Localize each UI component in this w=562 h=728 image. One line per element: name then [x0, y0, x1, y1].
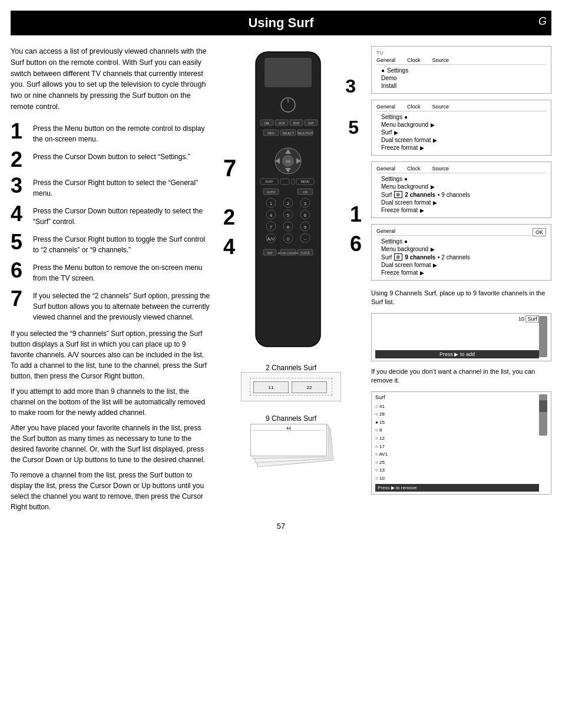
menu4-items: Settings ● Menu background ▶ Surf ⊗ 9 ch… — [376, 238, 546, 276]
menu1-col-source: Source — [432, 57, 449, 63]
svg-text:A/V: A/V — [267, 236, 276, 242]
step-num-4: 4 — [11, 203, 27, 225]
nine-ch-header: 44 — [253, 426, 325, 431]
step-text-4: Press the Cursor Down button repeatedly … — [33, 203, 211, 227]
ch-8: ○ 8 — [375, 426, 539, 434]
surf-icon-2: ⊗ — [394, 253, 402, 261]
extra-text-3: After you have placed your favorite chan… — [11, 423, 211, 465]
surf-remove-scrollbar — [539, 394, 547, 436]
svg-text:ACTIVE CONTROL: ACTIVE CONTROL — [277, 252, 299, 255]
svg-text:CLOCK: CLOCK — [300, 252, 310, 255]
menu4-surf: Surf ⊗ 9 channels • 2 channels — [381, 253, 546, 261]
ok-label: OK — [533, 228, 546, 236]
surf-badge: Surf — [525, 315, 539, 322]
step-3: 3 Press the Cursor Right button to selec… — [11, 175, 211, 199]
menu4-menu-bg: Menu background ▶ — [381, 245, 546, 253]
svg-text:DVD: DVD — [293, 121, 300, 125]
menu2-header: General Clock Source — [376, 104, 546, 111]
step-overlay-5: 5 — [348, 117, 359, 139]
menu3-col-general: General — [376, 166, 395, 172]
svg-text:SAP: SAP — [267, 252, 272, 255]
step-overlay-3: 3 — [345, 75, 356, 97]
menu1-col-clock: Clock — [407, 57, 421, 63]
svg-text:8: 8 — [287, 225, 290, 230]
channel-box-2: 22 — [292, 381, 327, 393]
right-column: TV General Clock Source ● Settings Demo … — [371, 46, 551, 512]
menu2-items: Settings ● Menu background ▶ Surf ▶ Dual… — [376, 113, 546, 151]
svg-text:CBL: CBL — [264, 121, 270, 125]
menu-screen-3: General Clock Source Settings ● Menu bac… — [371, 162, 551, 218]
step-num-7: 7 — [11, 288, 27, 309]
ch-av1: ○ AV1 — [375, 450, 539, 459]
menu-screen-1: TV General Clock Source ● Settings Demo … — [371, 46, 551, 94]
menu2-freeze: Freeze format ▶ — [381, 144, 546, 151]
ch-41: ○ 41 — [375, 403, 539, 411]
surf-channel-list: ○ 41 ○ 28 ● 15 ○ 8 ○ 12 ○ 17 ○ AV1 ○ 25 … — [375, 403, 539, 483]
menu3-surf: Surf ⊗ 2 channels • 9 channels — [381, 190, 546, 199]
step-num-5: 5 — [11, 232, 27, 253]
menu4-dual-screen: Dual screen format ▶ — [381, 261, 546, 269]
ch-15: ● 15 — [375, 419, 539, 427]
svg-rect-1 — [265, 58, 312, 87]
menu3-header: General Clock Source — [376, 166, 546, 173]
arrow2: ▶ — [394, 130, 398, 136]
step-overlay-4: 4 — [223, 235, 235, 259]
surf-list-inner: 10 Surf Press ▶ to add — [375, 316, 547, 358]
step-num-3: 3 — [11, 175, 27, 196]
scroll-thumb — [539, 400, 547, 412]
menu-screen-4: OK General Settings ● Menu background ▶ … — [371, 224, 551, 281]
svg-text:INFO: INFO — [267, 131, 275, 135]
surf-list-content: 10 Surf Press ▶ to add — [375, 316, 539, 358]
arrow4: ▶ — [420, 145, 424, 151]
menu2-surf: Surf ▶ — [381, 129, 546, 136]
menu1-demo: Demo — [381, 74, 546, 82]
menu2-menu-bg: Menu background ▶ — [381, 121, 546, 129]
svg-text:4: 4 — [270, 213, 273, 218]
step-num-6: 6 — [11, 260, 27, 281]
two-channels-label: 2 Channels Surf — [220, 364, 362, 372]
menu1-install: Install — [381, 82, 546, 90]
page-header: Using Surf G — [11, 11, 551, 35]
middle-column: 3 5 7 2 4 1 6 CBL VCR — [220, 46, 362, 512]
menu2-col-general: General — [376, 104, 395, 110]
svg-text:0: 0 — [287, 236, 290, 242]
menu1-tv-label: TV — [376, 50, 546, 56]
two-channels-img: 11 22 — [241, 372, 341, 401]
nine-channels-img: 44 — [241, 423, 341, 470]
step-text-1: Press the Menu button on the remote cont… — [33, 121, 211, 144]
ch-13: ○ 13 — [375, 466, 539, 475]
menu3-menu-bg: Menu background ▶ — [381, 183, 546, 190]
arrow1: ▶ — [431, 122, 435, 128]
ch-25: ○ 25 — [375, 459, 539, 467]
page-title: Using Surf — [248, 15, 313, 30]
surf-scrollbar — [539, 316, 547, 357]
menu4-col-general: General — [376, 228, 395, 234]
ch-10: ○ 10 — [375, 475, 539, 483]
svg-text:3: 3 — [304, 201, 307, 206]
svg-text:SELECT: SELECT — [282, 131, 293, 135]
menu-screen-2: General Clock Source Settings ● Menu bac… — [371, 100, 551, 156]
surf-channel-num: 10 Surf — [375, 316, 539, 322]
surf-remove-box: Surf ○ 41 ○ 28 ● 15 ○ 8 ○ 12 ○ 17 ○ AV1 … — [371, 391, 551, 495]
menu2-settings: Settings ● — [381, 113, 546, 121]
press-to-remove-label: Press ▶ to remove — [375, 484, 539, 492]
nine-channels-label: 9 Channels Surf — [220, 414, 362, 423]
step-text-2: Press the Cursor Down button to select “… — [33, 149, 190, 162]
ch-28: ○ 28 — [375, 410, 539, 419]
intro-text: You can access a list of previously view… — [11, 46, 211, 113]
menu1-col-general: General — [376, 57, 395, 63]
svg-rect-27 — [292, 179, 295, 185]
channel-box-1: 11 — [253, 381, 289, 393]
menu4-freeze: Freeze format ▶ — [381, 269, 546, 276]
header-corner-label: G — [538, 15, 547, 28]
svg-text:5: 5 — [287, 213, 290, 218]
page-number: 57 — [0, 522, 562, 536]
step-4: 4 Press the Cursor Down button repeatedl… — [11, 203, 211, 227]
settings-bullet: ● — [381, 67, 385, 74]
menu1-header: General Clock Source — [376, 57, 546, 65]
arrow3: ▶ — [433, 137, 437, 143]
svg-text:TELE/TEXT: TELE/TEXT — [297, 131, 313, 135]
svg-text:OK: OK — [286, 160, 291, 163]
step-6: 6 Press the Menu button to remove the on… — [11, 260, 211, 284]
svg-text:1: 1 — [270, 201, 273, 206]
